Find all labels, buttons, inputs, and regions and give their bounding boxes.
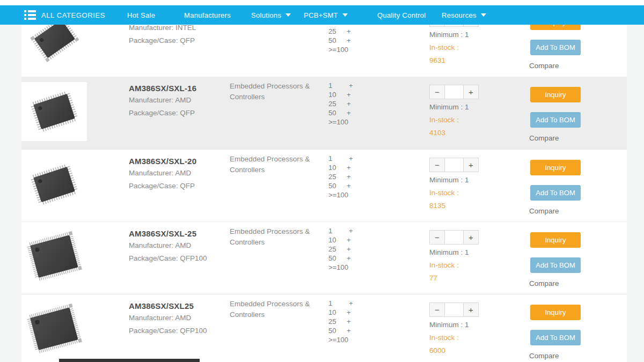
minimum-label: Minimum : 1 bbox=[429, 176, 469, 184]
price-tier-list: 1+ 10+ 25+ 50+ >=100 bbox=[328, 81, 353, 127]
quantity-stepper: − + bbox=[429, 158, 479, 172]
price-tier: 1+ bbox=[328, 299, 353, 308]
product-row: AM386SX/SXL-20 Manufacturer: AMD Package… bbox=[21, 149, 627, 221]
quantity-input[interactable] bbox=[445, 85, 463, 99]
product-package: Package/Case: QFP bbox=[129, 36, 195, 45]
price-tier: 50+ bbox=[328, 108, 353, 117]
product-category[interactable]: Embedded Processors & Controllers bbox=[230, 154, 314, 175]
product-category[interactable]: Embedded Processors & Controllers bbox=[230, 226, 314, 247]
minimum-label: Minimum : 1 bbox=[429, 248, 469, 256]
nav-item-quality-control[interactable]: Quality Control bbox=[377, 5, 426, 25]
compare-link[interactable]: Compare bbox=[529, 279, 559, 287]
product-package: Package/Case: QFP100 bbox=[129, 327, 207, 335]
price-tier: 1+ bbox=[328, 226, 353, 235]
all-categories-button[interactable]: ALL CATEGORIES bbox=[24, 5, 105, 25]
price-tier: >=100 bbox=[328, 190, 353, 200]
nav-item-resources[interactable]: Resources bbox=[442, 5, 486, 25]
product-package: Package/Case: QFP bbox=[129, 109, 195, 117]
quantity-decrement-button[interactable]: − bbox=[429, 230, 445, 245]
product-image[interactable] bbox=[21, 300, 87, 359]
product-image[interactable] bbox=[21, 227, 87, 286]
qfp-chip-image bbox=[21, 228, 87, 286]
product-category[interactable]: Embedded Processors & Controllers bbox=[230, 81, 314, 102]
product-row: AM386SX/SXL-25 Manufacturer: AMD Package… bbox=[21, 221, 627, 294]
quantity-decrement-button[interactable]: − bbox=[429, 302, 445, 317]
product-title[interactable]: AM386SX/SXL-16 bbox=[129, 84, 196, 93]
quantity-increment-button[interactable]: + bbox=[463, 230, 479, 245]
price-tier: >=100 bbox=[328, 335, 353, 344]
quantity-input[interactable] bbox=[445, 230, 463, 245]
quantity-increment-button[interactable]: + bbox=[463, 302, 479, 317]
quantity-increment-button[interactable]: + bbox=[463, 158, 479, 172]
price-tier: >=100 bbox=[328, 117, 353, 127]
chevron-down-icon bbox=[481, 13, 486, 17]
quantity-decrement-button[interactable]: − bbox=[429, 158, 445, 172]
product-image[interactable] bbox=[21, 82, 87, 141]
price-tier: 1+ bbox=[328, 154, 353, 163]
price-tier: 1+ bbox=[328, 81, 353, 90]
nav-item-hot-sale[interactable]: Hot Sale bbox=[127, 5, 155, 25]
product-category[interactable]: Embedded Processors & Controllers bbox=[230, 299, 314, 320]
add-to-bom-button[interactable]: Add To BOM bbox=[530, 112, 581, 128]
compare-link[interactable]: Compare bbox=[529, 352, 559, 360]
price-tier-list: 1+ 10+ 25+ 50+ >=100 bbox=[328, 154, 353, 200]
inquiry-button[interactable]: Inquiry bbox=[530, 305, 581, 320]
product-manufacturer: Manufacturer: AMD bbox=[129, 241, 191, 249]
price-tier: 25+ bbox=[328, 317, 353, 326]
inquiry-button[interactable]: Inquiry bbox=[530, 160, 581, 175]
nav-item-solutions[interactable]: Solutions bbox=[251, 5, 291, 25]
all-categories-label: ALL CATEGORIES bbox=[41, 11, 105, 19]
price-tier: 50+ bbox=[328, 326, 353, 335]
chevron-down-icon bbox=[286, 13, 291, 17]
partial-footer-bar bbox=[59, 359, 200, 362]
product-title[interactable]: AM386SX/SXL25 bbox=[129, 301, 194, 311]
compare-link[interactable]: Compare bbox=[529, 134, 559, 142]
in-stock-label: In-stock : bbox=[429, 261, 459, 269]
inquiry-button[interactable]: Inquiry bbox=[530, 232, 581, 248]
product-manufacturer: Manufacturer: INTEL bbox=[129, 24, 196, 32]
product-title[interactable]: AM386SX/SXL-25 bbox=[129, 229, 196, 238]
price-tier: >=100 bbox=[328, 263, 353, 272]
price-tier: 25+ bbox=[328, 245, 353, 254]
add-to-bom-button[interactable]: Add To BOM bbox=[530, 257, 581, 273]
product-package: Package/Case: QFP100 bbox=[129, 254, 207, 262]
add-to-bom-button[interactable]: Add To BOM bbox=[530, 330, 581, 345]
nav-item-pcb-smt[interactable]: PCB+SMT bbox=[304, 5, 348, 25]
price-tier: 10+ bbox=[328, 163, 353, 172]
price-tier: 10+ bbox=[328, 90, 353, 99]
quantity-decrement-button[interactable]: − bbox=[429, 85, 445, 99]
compare-link[interactable]: Compare bbox=[529, 207, 559, 215]
in-stock-value: 4103 bbox=[429, 129, 445, 137]
price-tier: 25+ bbox=[328, 27, 353, 36]
quantity-stepper: − + bbox=[429, 230, 479, 245]
minimum-label: Minimum : 1 bbox=[429, 321, 469, 329]
quantity-input[interactable] bbox=[445, 302, 463, 317]
product-package: Package/Case: QFP bbox=[129, 182, 195, 190]
category-list-icon bbox=[24, 10, 36, 20]
quantity-input[interactable] bbox=[445, 158, 463, 172]
in-stock-value: 77 bbox=[429, 274, 437, 282]
product-row: AM386SX/SXL25 Manufacturer: AMD Package/… bbox=[21, 294, 627, 362]
in-stock-label: In-stock : bbox=[429, 116, 459, 124]
product-title[interactable]: AM386SX/SXL-20 bbox=[129, 157, 196, 166]
inquiry-button[interactable]: Inquiry bbox=[530, 87, 581, 102]
product-manufacturer: Manufacturer: AMD bbox=[129, 96, 191, 104]
nav-item-manufacturers[interactable]: Manufacturers bbox=[184, 5, 231, 25]
in-stock-label: In-stock : bbox=[429, 334, 459, 342]
in-stock-value: 8135 bbox=[429, 202, 445, 210]
product-manufacturer: Manufacturer: AMD bbox=[129, 169, 191, 177]
in-stock-label: In-stock : bbox=[429, 189, 459, 197]
quantity-increment-button[interactable]: + bbox=[463, 85, 479, 99]
product-image[interactable] bbox=[21, 155, 87, 214]
add-to-bom-button[interactable]: Add To BOM bbox=[530, 185, 581, 201]
compare-link[interactable]: Compare bbox=[529, 62, 559, 70]
add-to-bom-button[interactable]: Add To BOM bbox=[530, 40, 581, 55]
in-stock-value: 6000 bbox=[429, 346, 445, 354]
in-stock-value: 9631 bbox=[429, 56, 445, 64]
price-tier: 50+ bbox=[328, 36, 353, 45]
quantity-stepper: − + bbox=[429, 85, 479, 99]
top-navigation: ALL CATEGORIES Hot Sale Manufacturers So… bbox=[0, 0, 644, 25]
price-tier: 25+ bbox=[328, 172, 353, 181]
qfp-chip-image bbox=[21, 300, 87, 358]
product-row: AM386SX/SXL-16 Manufacturer: AMD Package… bbox=[21, 77, 627, 149]
